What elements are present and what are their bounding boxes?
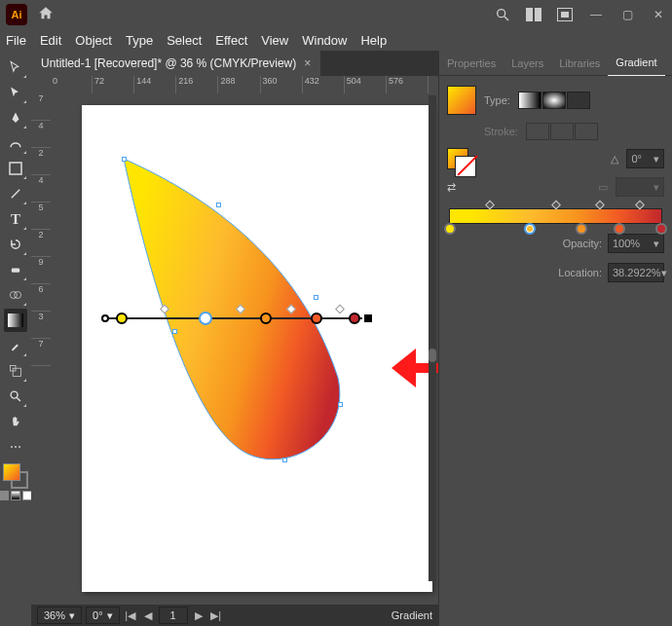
stroke-within-button xyxy=(526,123,549,140)
zoom-tool[interactable] xyxy=(4,385,27,408)
fill-stroke-swatch[interactable] xyxy=(3,463,28,489)
next-artboard-button[interactable]: ▶ xyxy=(192,609,205,622)
maximize-button[interactable]: ▢ xyxy=(614,5,641,24)
menu-bar: File Edit Object Type Select Effect View… xyxy=(0,29,672,51)
screenmode-icon[interactable] xyxy=(551,5,579,24)
arrange-icon[interactable] xyxy=(520,5,547,24)
gradient-stop[interactable] xyxy=(116,313,128,324)
slider-stop[interactable] xyxy=(576,223,587,235)
slider-midpoint[interactable] xyxy=(635,201,645,210)
slider-stop[interactable] xyxy=(444,223,456,235)
menu-file[interactable]: File xyxy=(6,33,26,48)
svg-point-8 xyxy=(10,292,17,299)
svg-point-0 xyxy=(498,10,505,18)
eyedropper-tool[interactable] xyxy=(4,334,27,357)
gradient-stop-selected[interactable] xyxy=(199,312,212,325)
menu-effect[interactable]: Effect xyxy=(215,33,247,48)
close-button[interactable]: ✕ xyxy=(645,5,672,24)
minimize-button[interactable]: — xyxy=(582,5,610,24)
slider-stop[interactable] xyxy=(614,223,625,235)
panel-menu-icon[interactable]: ≡ xyxy=(665,57,672,69)
gradient-slider[interactable] xyxy=(449,208,662,224)
canvas[interactable]: 072144216288360432504576 7 4 2 4 5 2 9 6… xyxy=(31,76,438,605)
scrollbar-thumb[interactable] xyxy=(429,349,436,362)
slider-stop[interactable] xyxy=(655,223,667,235)
edit-toolbar[interactable]: ⋯ xyxy=(4,435,27,459)
type-label: Type: xyxy=(484,94,510,106)
doc-tab-strip: Untitled-1 [Recovered]* @ 36 % (CMYK/Pre… xyxy=(31,51,438,76)
stroke-swatch-none[interactable] xyxy=(455,156,476,177)
gradient-stop[interactable] xyxy=(260,313,272,324)
anchor-point[interactable] xyxy=(216,203,221,207)
menu-window[interactable]: Window xyxy=(302,33,347,48)
gradient-mode[interactable] xyxy=(11,491,20,500)
radial-gradient-button[interactable] xyxy=(542,92,566,109)
opacity-input[interactable]: 100%▾ xyxy=(608,234,664,253)
first-artboard-button[interactable]: |◀ xyxy=(124,609,137,622)
svg-rect-5 xyxy=(561,12,569,18)
slider-midpoint[interactable] xyxy=(551,201,561,210)
tab-gradient[interactable]: Gradient xyxy=(608,51,664,76)
anchor-point[interactable] xyxy=(282,458,287,462)
menu-help[interactable]: Help xyxy=(360,33,387,48)
last-artboard-button[interactable]: ▶| xyxy=(209,609,223,622)
location-input[interactable]: 38.2922%▾ xyxy=(608,263,664,282)
tab-layers[interactable]: Layers xyxy=(504,51,551,76)
pen-tool[interactable] xyxy=(4,106,27,129)
scale-tool[interactable] xyxy=(4,359,27,383)
menu-object[interactable]: Object xyxy=(75,33,112,48)
current-tool-label: Gradient xyxy=(392,609,432,621)
anchor-point[interactable] xyxy=(314,295,318,300)
reverse-gradient-icon[interactable]: ⇄ xyxy=(447,181,456,194)
tab-libraries[interactable]: Libraries xyxy=(551,51,608,76)
gradient-preview[interactable] xyxy=(447,86,476,115)
type-tool[interactable]: T xyxy=(4,207,27,231)
color-mode[interactable] xyxy=(0,491,9,500)
vertical-scrollbar[interactable] xyxy=(429,95,436,581)
tab-properties[interactable]: Properties xyxy=(439,51,504,76)
stroke-label: Stroke: xyxy=(484,126,518,137)
hand-tool[interactable] xyxy=(4,410,27,433)
artboard-index[interactable]: 1 xyxy=(159,607,188,624)
shape-builder-tool[interactable] xyxy=(4,283,27,307)
home-icon[interactable] xyxy=(37,5,55,25)
close-tab-icon[interactable]: × xyxy=(304,56,311,70)
rotate-combo[interactable]: 0°▾ xyxy=(86,607,120,624)
svg-point-9 xyxy=(15,292,21,299)
gradient-end-handle[interactable] xyxy=(364,314,372,322)
aspect-icon: ▭ xyxy=(598,181,608,194)
gradient-stop[interactable] xyxy=(349,313,360,324)
rectangle-tool[interactable] xyxy=(4,157,27,180)
menu-select[interactable]: Select xyxy=(167,33,202,48)
chevron-down-icon: ▾ xyxy=(69,609,75,622)
gradient-stop[interactable] xyxy=(311,313,322,324)
anchor-point[interactable] xyxy=(172,329,177,334)
freeform-gradient-button[interactable] xyxy=(567,92,590,109)
location-label: Location: xyxy=(558,267,602,278)
linear-gradient-button[interactable] xyxy=(518,92,541,109)
menu-edit[interactable]: Edit xyxy=(40,33,61,48)
menu-type[interactable]: Type xyxy=(126,33,153,48)
curvature-tool[interactable] xyxy=(4,131,27,155)
anchor-point[interactable] xyxy=(338,402,343,407)
zoom-combo[interactable]: 36%▾ xyxy=(37,607,82,624)
menu-view[interactable]: View xyxy=(261,33,288,48)
slider-midpoint[interactable] xyxy=(485,201,495,210)
doc-tab[interactable]: Untitled-1 [Recovered]* @ 36 % (CMYK/Pre… xyxy=(31,51,320,76)
prev-artboard-button[interactable]: ◀ xyxy=(141,609,155,622)
gradient-origin-handle[interactable] xyxy=(101,314,109,322)
ruler-vertical: 7 4 2 4 5 2 9 6 3 7 xyxy=(31,93,51,585)
slider-midpoint[interactable] xyxy=(595,201,605,210)
slider-stop-selected[interactable] xyxy=(524,223,536,235)
selection-tool[interactable] xyxy=(4,55,27,79)
ruler-horizontal: 072144216288360432504576 xyxy=(51,76,429,93)
rotate-tool[interactable] xyxy=(4,233,27,256)
eraser-tool[interactable] xyxy=(4,258,27,281)
angle-input[interactable]: 0°▾ xyxy=(626,149,664,168)
direct-selection-tool[interactable] xyxy=(4,81,27,104)
search-icon[interactable] xyxy=(489,5,516,24)
anchor-point[interactable] xyxy=(122,157,127,162)
brush-tool[interactable] xyxy=(4,182,27,205)
gradient-tool[interactable] xyxy=(4,309,27,332)
chevron-down-icon: ▾ xyxy=(653,181,659,194)
